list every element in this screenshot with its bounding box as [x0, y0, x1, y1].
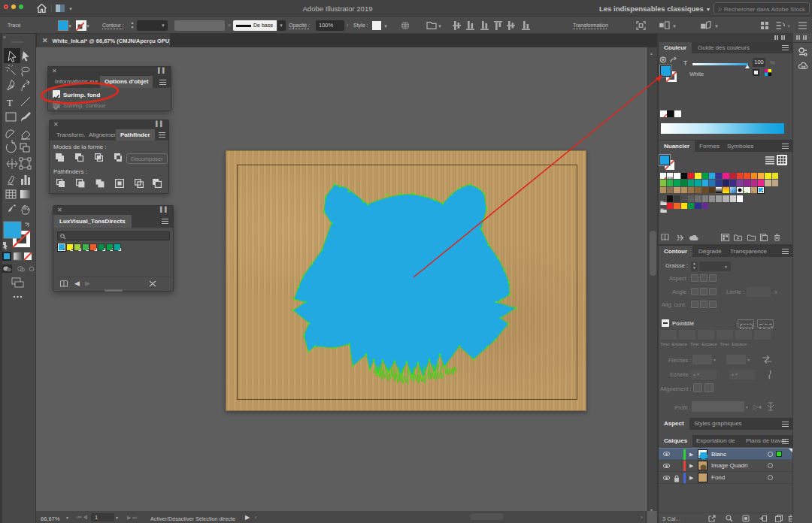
svg-text:»: » [3, 35, 6, 40]
svg-text:T: T [7, 97, 13, 108]
